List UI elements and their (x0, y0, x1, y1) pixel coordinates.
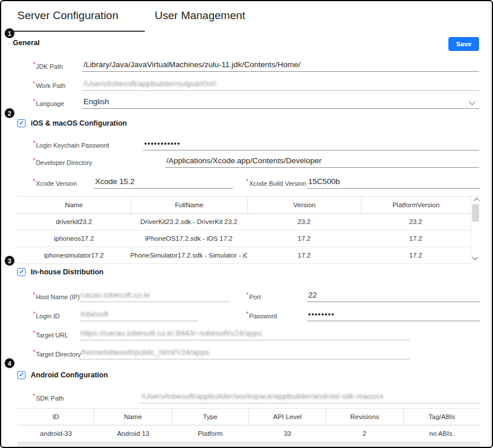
scroll-up-button[interactable] (471, 197, 480, 204)
work-path-input[interactable]: /Users/tobesoft/appbuilder/output/t0n0 (82, 79, 479, 91)
sdk-path-field: SDK Path /Users/tobesoft/appbuilder/work… (33, 392, 479, 403)
login-keychain-password-field: Login Keychain Password ••••••••••• (33, 139, 479, 150)
table-row[interactable]: iphonesimulator17.2 iPhoneSimulator17.2.… (17, 247, 470, 264)
host-name-field: Host Name (IP) cacao.tobesoft.co.kr (33, 291, 230, 302)
tab-user-management[interactable]: User Management (155, 9, 245, 22)
target-directory-label: Target Directory (33, 349, 79, 359)
xcode-version-input[interactable]: Xcode 15.2 (94, 177, 233, 189)
xcode-build-version-field: Xcode Build Version 15C500b (246, 177, 480, 189)
column-header-tag-abis: Tag/ABIs (403, 409, 480, 425)
password-value: •••••••• (308, 310, 335, 318)
android-sdk-table-header: ID Name Type API Level Revisions Tag/ABI… (17, 409, 480, 425)
annotation-badge-2: 2 (5, 108, 14, 118)
column-header-name: Name (17, 197, 130, 213)
language-select[interactable]: English (82, 97, 479, 109)
inhouse-section-title: In-house Distribution (31, 268, 104, 276)
table-row[interactable]: android-33 Android 13 Platform 33 2 no A… (17, 425, 480, 442)
target-directory-input[interactable]: /home/tobesoft/public_html/V24/apps (79, 347, 410, 359)
login-id-input[interactable]: tobesoft (79, 309, 198, 321)
column-header-revisions: Revisions (326, 409, 403, 425)
cell-tag-abis: no ABIs. (403, 425, 480, 442)
column-header-api-level: API Level (249, 409, 326, 425)
cell-name: driverkit23.2 (17, 214, 130, 230)
password-field: Password •••••••• (246, 310, 480, 321)
host-name-input[interactable]: cacao.tobesoft.co.kr (79, 290, 230, 302)
target-url-value: https://cacao.tobesoft.co.kr:8443/~tobes… (81, 329, 262, 337)
chevron-down-icon (469, 98, 475, 105)
tab-server-configuration[interactable]: Server Configuration (17, 9, 118, 22)
inhouse-section-header: ✓ In-house Distribution (17, 267, 104, 276)
developer-directory-input[interactable]: /Applications/Xcode.app/Contents/Develop… (165, 156, 479, 168)
sdk-path-input[interactable]: /Users/tobesoft/appbuilder/workspace/app… (140, 391, 479, 403)
work-path-field: Work Path /Users/tobesoft/appbuilder/out… (33, 79, 479, 91)
target-directory-field: Target Directory /home/tobesoft/public_h… (33, 348, 410, 359)
xcode-build-version-label: Xcode Build Version (246, 178, 307, 189)
ios-sdk-table: Name FullName Version PlatformVersion dr… (17, 196, 480, 261)
annotation-badge-3: 3 (5, 256, 14, 266)
work-path-value: /Users/tobesoft/appbuilder/output/t0n0 (83, 79, 216, 88)
language-label: Language (33, 98, 82, 109)
scrollbar-thumb[interactable] (472, 204, 479, 222)
developer-directory-label: Developer Directory (33, 157, 165, 168)
target-url-label: Target URL (33, 330, 79, 340)
scroll-down-button[interactable] (471, 254, 480, 261)
annotation-badge-4: 4 (5, 358, 14, 368)
login-id-field: Login ID tobesoft (33, 310, 198, 321)
column-header-fullname: FullName (130, 197, 247, 213)
target-url-field: Target URL https://cacao.tobesoft.co.kr:… (33, 329, 410, 340)
language-field: Language English (33, 97, 479, 109)
sdk-path-label: SDK Path (33, 393, 140, 403)
save-button[interactable]: Save (448, 37, 479, 51)
cell-name: iphonesimulator17.2 (17, 247, 130, 263)
cell-name: iphoneos17.2 (17, 230, 130, 247)
table-row[interactable]: driverkit23.2 DriverKit23.2.sdk - Driver… (17, 214, 470, 230)
android-section-title: Android Configuration (31, 371, 108, 379)
android-section-header: ✓ Android Configuration (17, 370, 108, 379)
password-label: Password (246, 311, 307, 321)
language-value: English (83, 97, 109, 106)
target-url-input[interactable]: https://cacao.tobesoft.co.kr:8443/~tobes… (79, 328, 410, 340)
cell-fullname: DriverKit23.2.sdk - DriverKit 23.2 (130, 214, 247, 230)
column-header-platformversion: PlatformVersion (361, 197, 470, 213)
port-input[interactable]: 22 (307, 290, 480, 302)
ios-section-checkbox[interactable]: ✓ (17, 119, 25, 127)
developer-directory-field: Developer Directory /Applications/Xcode.… (33, 156, 479, 168)
annotation-badge-1: 1 (5, 28, 14, 38)
column-header-name: Name (94, 409, 171, 425)
cell-platformversion: 23.2 (361, 214, 470, 230)
cell-revisions: 2 (326, 425, 403, 442)
active-tab-underline (6, 31, 145, 32)
horizontal-scrollbar-track[interactable] (17, 442, 480, 448)
cell-platformversion: 17.2 (361, 247, 470, 263)
xcode-build-version-input[interactable]: 15C500b (307, 177, 480, 189)
sdk-path-value: /Users/tobesoft/appbuilder/workspace/app… (141, 392, 384, 401)
target-directory-value: /home/tobesoft/public_html/V24/apps (81, 348, 209, 357)
jdk-path-label: JDK Path (33, 61, 82, 72)
login-id-value: tobesoft (81, 310, 108, 318)
android-section-checkbox[interactable]: ✓ (17, 371, 25, 379)
ios-section-title: iOS & macOS Configuration (31, 119, 127, 127)
cell-version: 17.2 (247, 230, 361, 247)
host-name-label: Host Name (IP) (33, 292, 79, 302)
column-header-id: ID (17, 409, 94, 425)
ios-section-header: ✓ iOS & macOS Configuration (17, 119, 127, 127)
xcode-version-field: Xcode Version Xcode 15.2 (33, 177, 233, 189)
cell-id: android-33 (17, 425, 94, 442)
cell-name: Android 13 (94, 425, 171, 442)
column-header-version: Version (247, 197, 361, 213)
login-keychain-password-value: ••••••••••• (144, 139, 181, 148)
cell-platformversion: 17.2 (361, 230, 470, 247)
android-sdk-table: ID Name Type API Level Revisions Tag/ABI… (17, 408, 480, 448)
cell-fullname: iPhoneSimulator17.2.sdk - Simulator - iC (130, 247, 247, 263)
jdk-path-input[interactable]: /Library/Java/JavaVirtualMachines/zulu-1… (82, 60, 479, 72)
cell-api-level: 33 (249, 425, 326, 442)
inhouse-section-checkbox[interactable]: ✓ (17, 268, 25, 276)
password-input[interactable]: •••••••• (307, 309, 480, 321)
cell-version: 23.2 (247, 214, 361, 230)
login-keychain-password-input[interactable]: ••••••••••• (143, 138, 479, 150)
port-label: Port (246, 292, 307, 302)
cell-fullname: iPhoneOS17.2.sdk - iOS 17.2 (130, 230, 247, 247)
table-row[interactable]: iphoneos17.2 iPhoneOS17.2.sdk - iOS 17.2… (17, 230, 470, 247)
host-name-value: cacao.tobesoft.co.kr (81, 291, 151, 299)
cell-version: 17.2 (247, 247, 361, 263)
